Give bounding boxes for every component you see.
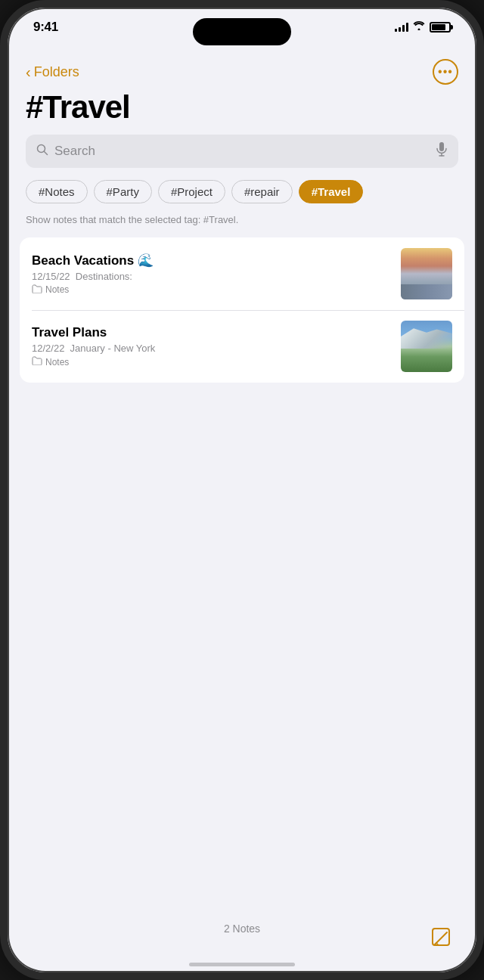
status-icons — [395, 21, 451, 33]
battery-icon — [430, 22, 451, 33]
wifi-icon — [413, 21, 425, 33]
compose-button[interactable] — [428, 924, 455, 951]
signal-icon — [395, 23, 408, 32]
note-folder-beach: Notes — [32, 284, 392, 296]
note-title-travel: Travel Plans — [32, 325, 392, 340]
compose-icon — [430, 926, 453, 949]
back-button[interactable]: ‹ Folders — [26, 64, 79, 81]
folder-label-beach: Notes — [45, 284, 69, 295]
more-icon: ••• — [438, 66, 453, 78]
folder-label-travel: Notes — [45, 357, 69, 368]
more-button[interactable]: ••• — [433, 59, 458, 85]
tag-pill-repair[interactable]: #repair — [231, 180, 293, 203]
page-title: #Travel — [8, 88, 476, 135]
search-icon — [36, 144, 48, 159]
note-text-beach: Beach Vacations 🌊 12/15/22 Destinations:… — [32, 253, 392, 296]
note-thumbnail-beach — [401, 248, 452, 299]
svg-rect-5 — [433, 929, 449, 945]
svg-line-1 — [45, 152, 48, 155]
search-placeholder: Search — [54, 144, 430, 159]
nav-bar: ‹ Folders ••• — [8, 53, 476, 88]
notes-count: 2 Notes — [224, 923, 260, 935]
note-thumbnail-travel — [401, 321, 452, 372]
note-text-travel: Travel Plans 12/2/22 January - New York … — [32, 325, 392, 368]
svg-line-6 — [436, 932, 447, 943]
folder-icon-2 — [32, 356, 42, 368]
notes-list: Beach Vacations 🌊 12/15/22 Destinations:… — [20, 237, 464, 383]
tag-pill-notes[interactable]: #Notes — [26, 180, 88, 203]
dynamic-island — [193, 18, 291, 45]
mic-icon[interactable] — [436, 142, 448, 160]
tag-pill-travel[interactable]: #Travel — [299, 180, 364, 203]
folder-icon — [32, 284, 42, 296]
note-item-beach-vacations[interactable]: Beach Vacations 🌊 12/15/22 Destinations:… — [20, 237, 464, 310]
svg-rect-2 — [439, 142, 444, 151]
tag-hint: Show notes that match the selected tag: … — [8, 214, 476, 234]
tag-filter-bar: #Notes #Party #Project #repair #Travel — [8, 177, 476, 214]
note-title-beach: Beach Vacations 🌊 — [32, 253, 392, 268]
phone-frame: 9:41 ‹ F — [0, 0, 484, 980]
search-bar[interactable]: Search — [26, 135, 458, 168]
note-date-beach: 12/15/22 Destinations: — [32, 271, 392, 282]
status-time: 9:41 — [33, 20, 58, 35]
svg-line-8 — [436, 943, 438, 944]
note-date-travel: 12/2/22 January - New York — [32, 343, 392, 354]
back-chevron-icon: ‹ — [26, 64, 31, 81]
content-area: ‹ Folders ••• #Travel Search — [8, 53, 476, 972]
tag-pill-project[interactable]: #Project — [158, 180, 225, 203]
note-item-travel-plans[interactable]: Travel Plans 12/2/22 January - New York … — [20, 310, 464, 383]
back-label: Folders — [34, 64, 79, 80]
tag-pill-party[interactable]: #Party — [94, 180, 152, 203]
home-indicator — [189, 963, 295, 966]
note-folder-travel: Notes — [32, 356, 392, 368]
